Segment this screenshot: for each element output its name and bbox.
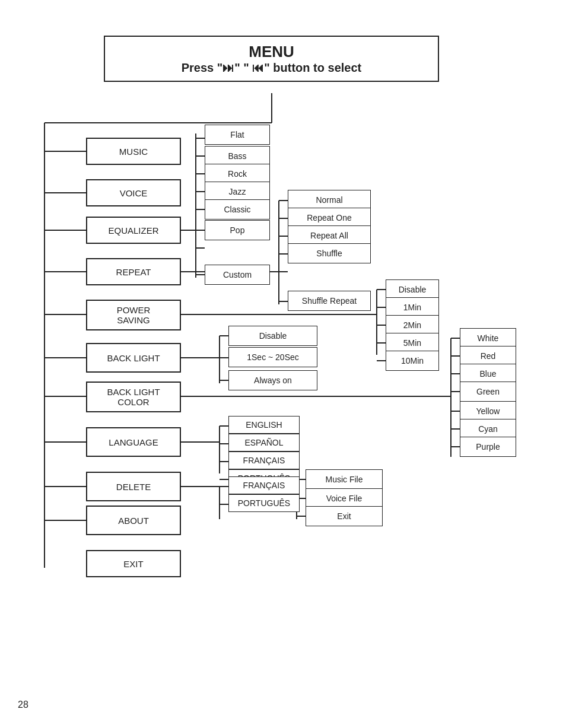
eq-option-classic[interactable]: Classic xyxy=(205,199,270,220)
repeat-option-repeat-one[interactable]: Repeat One xyxy=(288,208,371,228)
menu-item-back-light-color[interactable]: BACK LIGHT COLOR xyxy=(86,382,181,412)
blc-option-white[interactable]: White xyxy=(460,328,516,348)
eq-option-rock[interactable]: Rock xyxy=(205,164,270,184)
repeat-option-repeat-all[interactable]: Repeat All xyxy=(288,225,371,246)
eq-option-bass[interactable]: Bass xyxy=(205,146,270,166)
menu-item-repeat[interactable]: REPEAT xyxy=(86,258,181,285)
menu-item-power-saving[interactable]: POWER SAVING xyxy=(86,300,181,330)
blc-option-yellow[interactable]: Yellow xyxy=(460,401,516,421)
menu-item-about[interactable]: ABOUT xyxy=(86,506,181,535)
ps-option-2min[interactable]: 2Min xyxy=(386,315,439,335)
menu-item-music[interactable]: MUSIC xyxy=(86,138,181,165)
eq-option-pop[interactable]: Pop xyxy=(205,220,270,240)
delete-option-voice-file[interactable]: Voice File xyxy=(306,488,383,508)
delete-sub-item-1[interactable]: FRANÇAIS xyxy=(228,476,300,494)
menu-title-line1: MENU xyxy=(114,43,429,61)
lang-option-english[interactable]: ENGLISH xyxy=(228,416,300,434)
ps-option-disable[interactable]: Disable xyxy=(386,279,439,300)
repeat-option-normal[interactable]: Normal xyxy=(288,190,371,210)
eq-option-custom[interactable]: Custom xyxy=(205,265,270,285)
page-number: 28 xyxy=(18,700,28,710)
blc-option-green[interactable]: Green xyxy=(460,382,516,402)
delete-sub-item-2[interactable]: PORTUGUÊS xyxy=(228,494,300,512)
delete-option-music-file[interactable]: Music File xyxy=(306,469,383,489)
menu-item-equalizer[interactable]: EQUALIZER xyxy=(86,217,181,244)
lang-option-espanol[interactable]: ESPAÑOL xyxy=(228,434,300,452)
menu-item-delete[interactable]: DELETE xyxy=(86,472,181,501)
ps-option-1min[interactable]: 1Min xyxy=(386,297,439,317)
menu-item-voice[interactable]: VOICE xyxy=(86,179,181,206)
delete-option-exit[interactable]: Exit xyxy=(306,506,383,526)
blc-option-purple[interactable]: Purple xyxy=(460,437,516,457)
blc-option-red[interactable]: Red xyxy=(460,346,516,366)
bl-option-1sec-20sec[interactable]: 1Sec ~ 20Sec xyxy=(228,347,317,367)
blc-option-cyan[interactable]: Cyan xyxy=(460,419,516,439)
bl-option-always-on[interactable]: Always on xyxy=(228,370,317,390)
lang-option-francais[interactable]: FRANÇAIS xyxy=(228,452,300,469)
repeat-option-shuffle-repeat[interactable]: Shuffle Repeat xyxy=(288,291,371,311)
menu-item-back-light[interactable]: BACK LIGHT xyxy=(86,343,181,373)
blc-option-blue[interactable]: Blue xyxy=(460,364,516,384)
ps-option-5min[interactable]: 5Min xyxy=(386,333,439,353)
eq-option-jazz[interactable]: Jazz xyxy=(205,182,270,202)
repeat-option-shuffle[interactable]: Shuffle xyxy=(288,243,371,263)
bl-option-disable[interactable]: Disable xyxy=(228,326,317,346)
menu-item-exit[interactable]: EXIT xyxy=(86,550,181,577)
ps-option-10min[interactable]: 10Min xyxy=(386,351,439,371)
menu-title-box: MENU Press "⏭" " ⏮" button to select xyxy=(104,36,439,82)
menu-title-line2: Press "⏭" " ⏮" button to select xyxy=(114,61,429,75)
eq-option-flat[interactable]: Flat xyxy=(205,125,270,145)
menu-item-language[interactable]: LANGUAGE xyxy=(86,427,181,457)
